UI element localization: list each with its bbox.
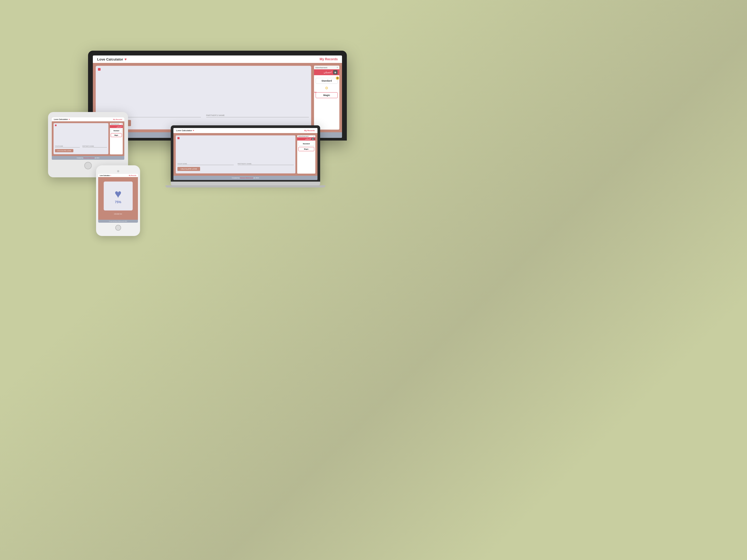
monitor-card-dot xyxy=(98,68,101,71)
phone-screen: Love Calculator ♥ My Records ♥ 75% calcu… xyxy=(98,174,138,223)
tablet-app-header: Love Calculator ♥ My Records xyxy=(52,117,124,121)
phone-heart-icon: ♥ xyxy=(114,188,121,200)
monitor-logo: Love Calculator ♥ xyxy=(97,57,127,61)
phone-logo: Love Calculator ♥ xyxy=(100,175,111,176)
laptop-ad-magic[interactable]: Magic xyxy=(298,147,314,151)
phone-camera xyxy=(117,170,119,172)
laptop-device: Love Calculator ♥ My Records YOUR NAME P… xyxy=(171,125,320,187)
phone-percent: 75% xyxy=(115,200,121,204)
tablet-card-dot xyxy=(55,125,56,126)
laptop-ad-standard[interactable]: Standard xyxy=(298,141,314,146)
laptop-name-fields: YOUR NAME PARTNER'S NAME xyxy=(177,163,294,165)
laptop-calculate-button[interactable]: CALCULATE LOVE xyxy=(177,167,200,171)
monitor-ad-option-magic[interactable]: ✂ Magic xyxy=(316,92,338,98)
monitor-ad-label: Advertisement xyxy=(315,67,327,69)
tablet-home-button[interactable] xyxy=(84,162,92,169)
monitor-ad-divider-star: ⚙ xyxy=(314,85,339,91)
phone-footer: Created by Mariam Mahmoud @ 2021 xyxy=(98,220,138,223)
laptop-base xyxy=(171,182,320,185)
tablet-my-records[interactable]: My Records xyxy=(113,119,122,120)
phone-home-button[interactable] xyxy=(115,225,121,231)
monitor-app-header: Love Calculator ♥ My Records xyxy=(93,55,342,63)
laptop-ad-calc-icon: ▦ xyxy=(312,138,314,140)
monitor-ad-close[interactable]: × xyxy=(337,66,338,69)
phone-app-header: Love Calculator ♥ My Records xyxy=(98,174,138,177)
tablet-screen: Love Calculator ♥ My Records YOUR NAME P… xyxy=(52,117,124,160)
monitor-logo-text: Love Calculator xyxy=(97,57,123,61)
tablet-ad-header: Advertisement × xyxy=(110,123,123,125)
phone-heart-display: ♥ 75% xyxy=(104,181,133,211)
monitor-name-fields: YOUR NAME PARTNER'S NAME xyxy=(98,114,309,117)
tablet-your-name[interactable]: YOUR NAME xyxy=(55,145,80,148)
laptop-logo: Love Calculator ♥ xyxy=(176,129,194,132)
monitor-logo-heart: ♥ xyxy=(125,57,127,61)
laptop-card-dot xyxy=(177,137,180,139)
phone-frame: Love Calculator ♥ My Records ♥ 75% calcu… xyxy=(96,165,140,236)
laptop-app-content: YOUR NAME PARTNER'S NAME CALCULATE LOVE … xyxy=(174,133,317,176)
laptop-ad-close[interactable]: × xyxy=(313,135,314,137)
laptop-ad-panel: Advertisement × ▦ احسبلي Standard Magic xyxy=(297,135,315,174)
tablet-app-content: YOUR NAME PARTNER'S NAME CALCULATE LOVE … xyxy=(52,121,124,156)
monitor-app-content: YOUR NAME PARTNER'S NAME CALCULATE LOVE … xyxy=(93,63,342,132)
laptop-partners-name[interactable]: PARTNER'S NAME xyxy=(238,163,294,165)
tablet-footer: Created by Mariam Mahmoud @ 2021 xyxy=(52,156,124,160)
tablet-name-fields: YOUR NAME PARTNER'S NAME xyxy=(55,145,107,148)
tablet-ad-red: احسبلي xyxy=(110,125,123,128)
laptop-my-records[interactable]: My Records xyxy=(304,130,315,131)
laptop-app-header: Love Calculator ♥ My Records xyxy=(174,128,317,133)
tablet-logo-text: Love Calculator xyxy=(54,118,68,120)
monitor-ad-option-standard[interactable]: ★ Standard ★ xyxy=(316,78,338,84)
tablet-logo: Love Calculator ♥ xyxy=(54,118,70,120)
laptop-input-card: YOUR NAME PARTNER'S NAME CALCULATE LOVE xyxy=(176,135,295,174)
laptop-base-bottom xyxy=(165,185,326,187)
tablet-ad-standard[interactable]: Standard xyxy=(111,129,122,133)
monitor-partners-name-label[interactable]: PARTNER'S NAME xyxy=(206,114,309,117)
monitor-ad-calc-icon: ▦ xyxy=(333,70,337,74)
monitor-my-records[interactable]: My Records xyxy=(319,57,338,61)
monitor-ad-badge2: ★ xyxy=(336,77,339,80)
phone-app-content: ♥ 75% calculate love xyxy=(98,177,138,220)
monitor-ad-scissors: ✂ xyxy=(314,91,316,94)
tablet-partners-name[interactable]: PARTNER'S NAME xyxy=(82,145,107,148)
laptop-footer: Created by Mariam Mahmoud @ 2021 xyxy=(174,176,317,180)
tablet-ad-close[interactable]: × xyxy=(121,123,122,125)
tablet-heart: ♥ xyxy=(69,118,70,120)
phone-calculate-button[interactable]: calculate love xyxy=(111,212,125,215)
tablet-ad-label: Advertisement xyxy=(111,123,119,125)
tablet-ad-panel: Advertisement × احسبلي Standard Magic xyxy=(110,123,123,154)
monitor-ad-red-bar: ▦ احسبلي xyxy=(314,69,339,75)
tablet-calculate-button[interactable]: CALCULATE LOVE xyxy=(55,149,73,152)
tablet-ad-arabic: احسبلي xyxy=(117,126,122,128)
tablet-ad-magic[interactable]: Magic xyxy=(111,133,122,137)
phone-my-records[interactable]: My Records xyxy=(129,175,136,176)
phone-device: Love Calculator ♥ My Records ♥ 75% calcu… xyxy=(96,165,140,236)
laptop-screen: Love Calculator ♥ My Records YOUR NAME P… xyxy=(174,128,317,180)
monitor-ad-panel: Advertisement × ▦ احسبلي ★ Standard ★ ⚙ xyxy=(314,65,339,130)
laptop-ad-red: ▦ احسبلي xyxy=(297,137,315,140)
laptop-frame: Love Calculator ♥ My Records YOUR NAME P… xyxy=(171,125,320,182)
monitor-ad-arabic: احسبلي xyxy=(324,71,332,74)
monitor-ad-header: Advertisement × xyxy=(314,65,339,69)
laptop-ad-header: Advertisement × xyxy=(297,135,315,137)
tablet-input-card: YOUR NAME PARTNER'S NAME CALCULATE LOVE xyxy=(53,123,109,154)
laptop-your-name[interactable]: YOUR NAME xyxy=(177,163,234,165)
